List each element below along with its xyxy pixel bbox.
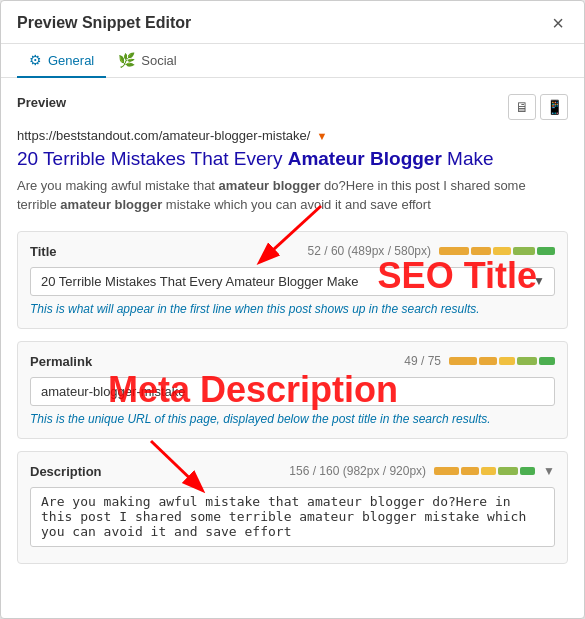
title-field-hint: This is what will appear in the first li… [30, 302, 555, 316]
permalink-input[interactable] [30, 377, 555, 406]
tab-general-label: General [48, 53, 94, 68]
permalink-field-header: Permalink 49 / 75 [30, 354, 555, 369]
modal-header: Preview Snippet Editor × [1, 1, 584, 44]
description-field-section: Description 156 / 160 (982px / 920px) ▼ … [17, 451, 568, 564]
modal-title: Preview Snippet Editor [17, 14, 191, 42]
permalink-progress-2 [479, 357, 497, 365]
permalink-progress-3 [499, 357, 515, 365]
tab-social-label: Social [141, 53, 176, 68]
url-dropdown-arrow: ▼ [316, 130, 327, 142]
title-progress-5 [537, 247, 555, 255]
mobile-view-button[interactable]: 📱 [540, 94, 568, 120]
social-icon: 🌿 [118, 52, 135, 68]
description-field-meta: 156 / 160 (982px / 920px) ▼ [289, 464, 555, 478]
description-field-header: Description 156 / 160 (982px / 920px) ▼ [30, 464, 555, 479]
permalink-progress-5 [539, 357, 555, 365]
preview-section: Preview 🖥 📱 https://beststandout.com/ama… [17, 94, 568, 215]
description-progress-3 [481, 467, 496, 475]
description-expand-icon: ▼ [543, 464, 555, 478]
permalink-progress-4 [517, 357, 537, 365]
permalink-field-label: Permalink [30, 354, 92, 369]
permalink-field-section: Permalink 49 / 75 This is the unique URL… [17, 341, 568, 439]
preview-seo-title: 20 Terrible Mistakes That Every Amateur … [17, 147, 568, 172]
tab-social[interactable]: 🌿 Social [106, 44, 188, 78]
preview-label: Preview [17, 95, 66, 110]
title-progress-4 [513, 247, 535, 255]
title-field-label: Title [30, 244, 57, 259]
tab-general[interactable]: ⚙ General [17, 44, 106, 78]
tab-bar: ⚙ General 🌿 Social [1, 44, 584, 78]
description-progress-2 [461, 467, 479, 475]
permalink-progress-1 [449, 357, 477, 365]
preview-snippet-editor-modal: Preview Snippet Editor × ⚙ General 🌿 Soc… [0, 0, 585, 619]
preview-url: https://beststandout.com/amateur-blogger… [17, 128, 568, 143]
permalink-input-wrapper [30, 377, 555, 406]
device-toggles: 🖥 📱 [508, 94, 568, 120]
description-progress-1 [434, 467, 459, 475]
title-field-meta: 52 / 60 (489px / 580px) [308, 244, 555, 258]
permalink-progress-bar [449, 357, 555, 365]
modal-body: Preview 🖥 📱 https://beststandout.com/ama… [1, 78, 584, 592]
description-progress-4 [498, 467, 518, 475]
permalink-field-hint: This is the unique URL of this page, dis… [30, 412, 555, 426]
description-textarea[interactable]: Are you making awful mistake that amateu… [30, 487, 555, 547]
title-input[interactable] [30, 267, 555, 296]
description-progress-5 [520, 467, 535, 475]
title-field-header: Title 52 / 60 (489px / 580px) [30, 244, 555, 259]
preview-description: Are you making awful mistake that amateu… [17, 176, 568, 215]
desktop-icon: 🖥 [515, 99, 529, 115]
title-input-wrapper: ▼ [30, 267, 555, 296]
gear-icon: ⚙ [29, 52, 42, 68]
title-field-section: Title 52 / 60 (489px / 580px) ▼ This is … [17, 231, 568, 329]
close-button[interactable]: × [548, 13, 568, 33]
description-field-label: Description [30, 464, 102, 479]
title-progress-bar [439, 247, 555, 255]
description-progress-bar [434, 467, 535, 475]
title-progress-2 [471, 247, 491, 255]
permalink-field-meta: 49 / 75 [404, 354, 555, 368]
title-progress-3 [493, 247, 511, 255]
title-progress-1 [439, 247, 469, 255]
desktop-view-button[interactable]: 🖥 [508, 94, 536, 120]
mobile-icon: 📱 [546, 99, 563, 115]
